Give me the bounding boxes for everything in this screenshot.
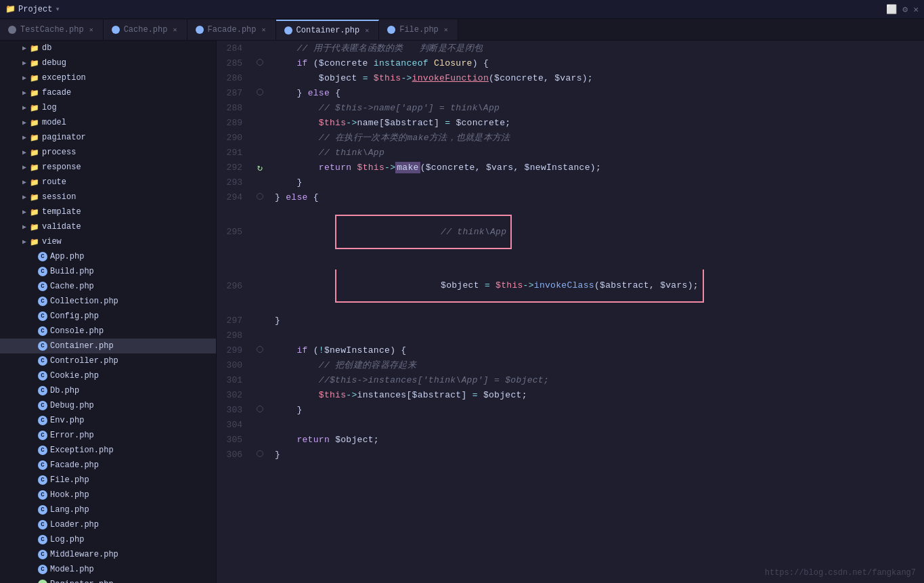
tab-testcache[interactable]: TestCache.php ✕ bbox=[0, 20, 104, 40]
table-row: 286 $object = $this->invokeFunction($con… bbox=[217, 70, 924, 85]
folder-label-process: process bbox=[42, 148, 76, 157]
tab-icon-container bbox=[284, 26, 292, 35]
sidebar-folder-paginator[interactable]: ▶ 📁 paginator bbox=[0, 130, 216, 145]
code-table: 284 // 用于代表匿名函数的类 判断是不是闭包 285 if ($concr… bbox=[217, 41, 924, 462]
file-icon-paginator: IC bbox=[38, 580, 47, 583]
sidebar-file-middleware[interactable]: ▶ C Middleware.php bbox=[0, 547, 216, 562]
gutter-304 bbox=[250, 417, 269, 432]
sidebar-folder-template[interactable]: ▶ 📁 template bbox=[0, 204, 216, 219]
tab-label-facade: Facade.php bbox=[208, 25, 257, 35]
file-icon-collection: C bbox=[38, 297, 47, 306]
tab-facade[interactable]: Facade.php ✕ bbox=[188, 20, 276, 40]
sidebar-folder-debug[interactable]: ▶ 📁 debug bbox=[0, 56, 216, 70]
sidebar-folder-log[interactable]: ▶ 📁 log bbox=[0, 100, 216, 115]
settings-icon[interactable]: ⚙ bbox=[902, 4, 908, 15]
tab-icon-file bbox=[387, 26, 395, 34]
code-line-294: } else { bbox=[269, 190, 924, 204]
project-label[interactable]: 📁 Project ▾ bbox=[5, 4, 222, 14]
sidebar-folder-process[interactable]: ▶ 📁 process bbox=[0, 145, 216, 160]
sidebar-file-config[interactable]: ▶ C Config.php bbox=[0, 309, 216, 324]
tab-close-file[interactable]: ✕ bbox=[443, 25, 449, 35]
sidebar-file-model[interactable]: ▶ C Model.php bbox=[0, 562, 216, 577]
toolbar-icons: ⬜ ⚙ ✕ bbox=[886, 4, 919, 15]
code-line-285: if ($concrete instanceof Closure) { bbox=[269, 56, 924, 70]
close-icon[interactable]: ✕ bbox=[913, 4, 919, 15]
sidebar-folder-route[interactable]: ▶ 📁 route bbox=[0, 175, 216, 190]
tab-close-container[interactable]: ✕ bbox=[364, 26, 370, 35]
sidebar-folder-session[interactable]: ▶ 📁 session bbox=[0, 190, 216, 204]
sidebar-file-exception[interactable]: ▶ C Exception.php bbox=[0, 443, 216, 458]
arrow-icon-route: ▶ bbox=[19, 178, 30, 186]
sidebar-file-paginator[interactable]: ▶ IC Paginator.php bbox=[0, 577, 216, 583]
folder-label-template: template bbox=[42, 207, 81, 217]
sidebar-file-cache[interactable]: ▶ C Cache.php bbox=[0, 279, 216, 294]
code-line-298 bbox=[269, 328, 924, 343]
table-row: 289 $this->name[$abstract] = $concrete; bbox=[217, 115, 924, 130]
sidebar-folder-view[interactable]: ▶ 📁 view bbox=[0, 234, 216, 249]
tab-container[interactable]: Container.php ✕ bbox=[276, 20, 380, 40]
folder-label-validate: validate bbox=[42, 222, 81, 232]
sidebar-file-db[interactable]: ▶ C Db.php bbox=[0, 383, 216, 398]
sidebar-file-facade[interactable]: ▶ C Facade.php bbox=[0, 458, 216, 473]
tab-file[interactable]: File.php ✕ bbox=[379, 20, 458, 40]
sidebar-folder-db[interactable]: ▶ 📁 db bbox=[0, 41, 216, 56]
folder-icon-route: 📁 bbox=[30, 178, 39, 187]
sidebar-folder-facade[interactable]: ▶ 📁 facade bbox=[0, 85, 216, 100]
folder-label-response: response bbox=[42, 163, 81, 172]
folder-icon-exception: 📁 bbox=[30, 74, 39, 83]
line-number: 303 bbox=[217, 402, 250, 417]
arrow-icon-template: ▶ bbox=[19, 208, 30, 216]
sidebar-folder-exception[interactable]: ▶ 📁 exception bbox=[0, 70, 216, 85]
table-row: 285 if ($concrete instanceof Closure) { bbox=[217, 56, 924, 70]
breakpoint-dot[interactable] bbox=[257, 346, 263, 353]
sidebar-file-controller[interactable]: ▶ C Controller.php bbox=[0, 353, 216, 368]
folder-icon-debug: 📁 bbox=[30, 59, 39, 68]
sidebar-file-error[interactable]: ▶ C Error.php bbox=[0, 428, 216, 443]
sidebar-file-env[interactable]: ▶ C Env.php bbox=[0, 413, 216, 428]
sidebar-file-log[interactable]: ▶ C Log.php bbox=[0, 532, 216, 547]
breakpoint-dot[interactable] bbox=[257, 450, 263, 457]
folder-icon: 📁 bbox=[5, 4, 16, 14]
breakpoint-dot[interactable] bbox=[257, 59, 263, 66]
file-label-middleware: Middleware.php bbox=[50, 550, 118, 559]
code-scroll[interactable]: 284 // 用于代表匿名函数的类 判断是不是闭包 285 if ($concr… bbox=[217, 41, 924, 583]
sidebar-file-lang[interactable]: ▶ C Lang.php bbox=[0, 502, 216, 517]
gutter-306 bbox=[250, 447, 269, 462]
breakpoint-dot[interactable] bbox=[257, 193, 263, 200]
file-label-lang: Lang.php bbox=[50, 505, 89, 515]
tab-close-facade[interactable]: ✕ bbox=[261, 25, 267, 35]
dropdown-icon[interactable]: ▾ bbox=[55, 4, 60, 14]
sidebar-file-console[interactable]: ▶ C Console.php bbox=[0, 324, 216, 339]
gutter-298 bbox=[250, 328, 269, 343]
folder-icon-view: 📁 bbox=[30, 238, 39, 246]
file-icon-controller: C bbox=[38, 356, 47, 366]
breakpoint-dot[interactable] bbox=[257, 406, 263, 412]
tab-close-cache[interactable]: ✕ bbox=[171, 25, 178, 35]
sidebar-file-app[interactable]: ▶ C App.php bbox=[0, 249, 216, 264]
breakpoint-dot[interactable] bbox=[257, 89, 263, 95]
sidebar-file-container[interactable]: ▶ C Container.php bbox=[0, 339, 216, 353]
sidebar-folder-validate[interactable]: ▶ 📁 validate bbox=[0, 219, 216, 234]
sidebar-file-file[interactable]: ▶ C File.php bbox=[0, 473, 216, 488]
sidebar-file-hook[interactable]: ▶ C Hook.php bbox=[0, 488, 216, 502]
tab-close-testcache[interactable]: ✕ bbox=[88, 25, 95, 35]
code-line-284: // 用于代表匿名函数的类 判断是不是闭包 bbox=[269, 41, 924, 56]
sidebar-file-debug[interactable]: ▶ C Debug.php bbox=[0, 398, 216, 413]
sidebar-folder-response[interactable]: ▶ 📁 response bbox=[0, 160, 216, 175]
sidebar-file-cookie[interactable]: ▶ C Cookie.php bbox=[0, 368, 216, 383]
table-row: 299 if (!$newInstance) { bbox=[217, 343, 924, 358]
folder-label-facade: facade bbox=[42, 88, 71, 98]
line-number: 289 bbox=[217, 115, 250, 130]
file-icon-log: C bbox=[38, 535, 47, 544]
sidebar-file-loader[interactable]: ▶ C Loader.php bbox=[0, 517, 216, 532]
sidebar-file-build[interactable]: ▶ C Build.php bbox=[0, 264, 216, 279]
layout-icon[interactable]: ⬜ bbox=[886, 4, 897, 15]
tab-cache[interactable]: Cache.php ✕ bbox=[104, 20, 188, 40]
folder-icon-log: 📁 bbox=[30, 104, 39, 112]
file-label-env: Env.php bbox=[50, 416, 84, 425]
line-number: 287 bbox=[217, 85, 250, 100]
sidebar-folder-model[interactable]: ▶ 📁 model bbox=[0, 115, 216, 130]
tab-label-file: File.php bbox=[399, 25, 439, 35]
line-number: 305 bbox=[217, 432, 250, 447]
sidebar-file-collection[interactable]: ▶ C Collection.php bbox=[0, 294, 216, 309]
